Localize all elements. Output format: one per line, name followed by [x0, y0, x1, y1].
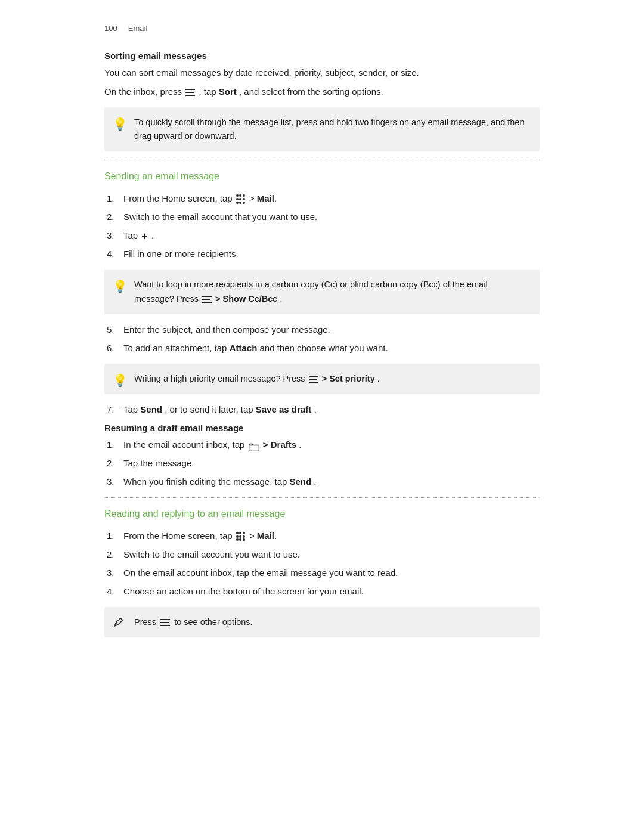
- reading-section: Reading and replying to an email message…: [104, 497, 540, 637]
- reading-step3-text: On the email account inbox, tap the emai…: [123, 566, 540, 580]
- resuming-step-3: 3. When you finish editing the message, …: [104, 475, 540, 489]
- sending-step-1: 1. From the Home screen, tap > Mail.: [104, 191, 540, 206]
- sorting-title: Sorting email messages: [104, 51, 540, 61]
- step7-after: .: [314, 404, 316, 414]
- resuming-steps: 1. In the email account inbox, tap > Dra…: [104, 438, 540, 489]
- sending-step4-text: Fill in one or more recipients.: [123, 247, 540, 261]
- step3-after: .: [151, 230, 154, 240]
- resuming-step3-bold: Send: [290, 476, 312, 487]
- resuming-section: Resuming a draft email message 1. In the…: [104, 423, 540, 489]
- sending-steps-3: 7. Tap Send , or to send it later, tap S…: [104, 402, 540, 417]
- step7-before: Tap: [123, 404, 140, 414]
- step7-mid: , or to send it later, tap: [165, 404, 256, 414]
- sorting-para2: On the inbox, press , tap Sort , and sel…: [104, 85, 540, 99]
- lightbulb-icon: 💡: [113, 114, 128, 134]
- tip2-text: Want to loop in more recipients in a car…: [134, 280, 488, 303]
- apps-grid-icon: [236, 194, 246, 204]
- sending-step-6: 6. To add an attachment, tap Attach and …: [104, 341, 540, 355]
- sorting-para2-after: , and select from the sorting options.: [239, 86, 383, 97]
- reading-steps: 1. From the Home screen, tap > Mail. 2. …: [104, 529, 540, 599]
- reading-step2-text: Switch to the email account you want to …: [123, 547, 540, 562]
- sending-step-5: 5. Enter the subject, and then compose y…: [104, 323, 540, 337]
- sorting-para1: You can sort email messages by date rece…: [104, 66, 540, 80]
- reading-tip-text: Press to see other options.: [134, 617, 253, 627]
- sending-title: Sending an email message: [104, 160, 540, 184]
- page-header: 100 Email: [104, 24, 540, 33]
- menu-icon-3: [309, 376, 318, 383]
- resuming-step3-after: .: [314, 476, 316, 487]
- reading-step1-before: From the Home screen, tap: [123, 531, 235, 541]
- sending-steps-1: 1. From the Home screen, tap > Mail. 2. …: [104, 191, 540, 261]
- reading-step4-text: Choose an action on the bottom of the sc…: [123, 584, 540, 599]
- tip3-text: Writing a high priority email message? P…: [134, 374, 380, 383]
- plus-icon: +: [141, 231, 148, 241]
- apps-grid-icon-2: [236, 532, 246, 541]
- section-label: Email: [128, 24, 148, 33]
- sorting-tip-box: 💡 To quickly scroll through the message …: [104, 107, 540, 151]
- resuming-step2-text: Tap the message.: [123, 456, 540, 470]
- reading-step-4: 4. Choose an action on the bottom of the…: [104, 584, 540, 599]
- lightbulb-icon-3: 💡: [113, 371, 128, 390]
- sending-step-3: 3. Tap + .: [104, 228, 540, 243]
- step3-before: Tap: [123, 230, 140, 240]
- step7-bold2: Save as draft: [256, 404, 311, 414]
- sending-step5-text: Enter the subject, and then compose your…: [123, 323, 540, 337]
- reading-step-1: 1. From the Home screen, tap > Mail.: [104, 529, 540, 543]
- page-number: 100: [104, 24, 117, 33]
- step1-text-before: From the Home screen, tap: [123, 193, 235, 203]
- sending-step-2: 2. Switch to the email account that you …: [104, 210, 540, 224]
- sorting-tip-text: To quickly scroll through the message li…: [134, 117, 524, 141]
- reading-step1-bold: > Mail.: [249, 531, 277, 541]
- resuming-step3-before: When you finish editing the message, tap: [123, 476, 290, 487]
- folder-icon: [249, 441, 259, 450]
- lightbulb-icon-2: 💡: [113, 277, 128, 296]
- reading-tip-box: Press to see other options.: [104, 607, 540, 637]
- sending-tip2-box: 💡 Want to loop in more recipients in a c…: [104, 270, 540, 314]
- resuming-step1-before: In the email account inbox, tap: [123, 439, 247, 450]
- sending-section: Sending an email message 1. From the Hom…: [104, 160, 540, 417]
- sorting-para2-before: On the inbox, press: [104, 86, 182, 97]
- menu-icon-2: [202, 296, 212, 303]
- sorting-section: Sorting email messages You can sort emai…: [104, 51, 540, 151]
- resuming-step1-after: .: [299, 439, 301, 450]
- sending-tip3-box: 💡 Writing a high priority email message?…: [104, 364, 540, 394]
- resuming-step1-bold: > Drafts: [263, 439, 296, 450]
- svg-rect-0: [249, 445, 259, 451]
- step1-bold: > Mail.: [249, 193, 277, 203]
- sort-bold: Sort: [219, 86, 237, 97]
- reading-step-3: 3. On the email account inbox, tap the e…: [104, 566, 540, 580]
- pencil-icon: [113, 614, 125, 633]
- resuming-step-1: 1. In the email account inbox, tap > Dra…: [104, 438, 540, 452]
- sending-step-4: 4. Fill in one or more recipients.: [104, 247, 540, 261]
- menu-icon-4: [160, 619, 170, 626]
- step7-bold1: Send: [140, 404, 162, 414]
- resuming-step-2: 2. Tap the message.: [104, 456, 540, 470]
- reading-step-2: 2. Switch to the email account you want …: [104, 547, 540, 562]
- step6-before: To add an attachment, tap: [123, 343, 230, 353]
- sending-step2-text: Switch to the email account that you wan…: [123, 210, 540, 224]
- step6-bold: Attach: [230, 343, 258, 353]
- step6-after: and then choose what you want.: [259, 343, 388, 353]
- page-content: 100 Email Sorting email messages You can…: [0, 0, 644, 682]
- resuming-title: Resuming a draft email message: [104, 423, 540, 433]
- sending-steps-2: 5. Enter the subject, and then compose y…: [104, 323, 540, 355]
- reading-title: Reading and replying to an email message: [104, 497, 540, 522]
- sending-step-7: 7. Tap Send , or to send it later, tap S…: [104, 402, 540, 417]
- menu-icon: [185, 89, 195, 96]
